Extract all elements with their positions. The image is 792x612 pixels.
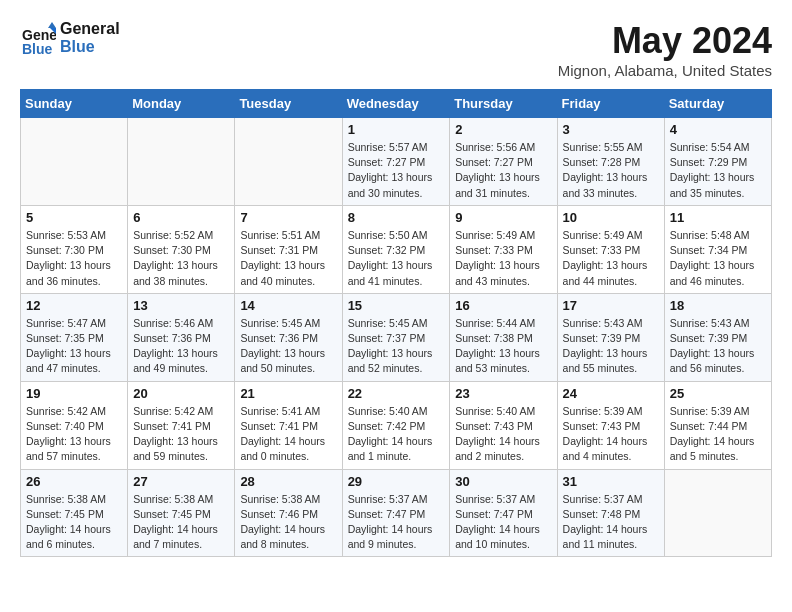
day-number: 25 (670, 386, 766, 401)
day-info: Sunrise: 5:47 AMSunset: 7:35 PMDaylight:… (26, 316, 122, 377)
day-number: 11 (670, 210, 766, 225)
day-number: 23 (455, 386, 551, 401)
calendar-cell: 26Sunrise: 5:38 AMSunset: 7:45 PMDayligh… (21, 469, 128, 557)
calendar-cell: 31Sunrise: 5:37 AMSunset: 7:48 PMDayligh… (557, 469, 664, 557)
weekday-header: Wednesday (342, 90, 450, 118)
day-info: Sunrise: 5:56 AMSunset: 7:27 PMDaylight:… (455, 140, 551, 201)
calendar-cell: 1Sunrise: 5:57 AMSunset: 7:27 PMDaylight… (342, 118, 450, 206)
day-info: Sunrise: 5:38 AMSunset: 7:45 PMDaylight:… (26, 492, 122, 553)
day-number: 24 (563, 386, 659, 401)
calendar-cell: 15Sunrise: 5:45 AMSunset: 7:37 PMDayligh… (342, 293, 450, 381)
day-info: Sunrise: 5:52 AMSunset: 7:30 PMDaylight:… (133, 228, 229, 289)
day-info: Sunrise: 5:40 AMSunset: 7:42 PMDaylight:… (348, 404, 445, 465)
calendar-cell: 8Sunrise: 5:50 AMSunset: 7:32 PMDaylight… (342, 205, 450, 293)
calendar-week-row: 19Sunrise: 5:42 AMSunset: 7:40 PMDayligh… (21, 381, 772, 469)
calendar-cell: 3Sunrise: 5:55 AMSunset: 7:28 PMDaylight… (557, 118, 664, 206)
calendar-cell: 27Sunrise: 5:38 AMSunset: 7:45 PMDayligh… (128, 469, 235, 557)
day-number: 10 (563, 210, 659, 225)
weekday-header: Tuesday (235, 90, 342, 118)
calendar-week-row: 26Sunrise: 5:38 AMSunset: 7:45 PMDayligh… (21, 469, 772, 557)
day-info: Sunrise: 5:53 AMSunset: 7:30 PMDaylight:… (26, 228, 122, 289)
calendar-cell: 16Sunrise: 5:44 AMSunset: 7:38 PMDayligh… (450, 293, 557, 381)
calendar-cell: 7Sunrise: 5:51 AMSunset: 7:31 PMDaylight… (235, 205, 342, 293)
day-info: Sunrise: 5:38 AMSunset: 7:46 PMDaylight:… (240, 492, 336, 553)
day-number: 26 (26, 474, 122, 489)
calendar-cell: 4Sunrise: 5:54 AMSunset: 7:29 PMDaylight… (664, 118, 771, 206)
calendar-cell: 21Sunrise: 5:41 AMSunset: 7:41 PMDayligh… (235, 381, 342, 469)
calendar-cell: 19Sunrise: 5:42 AMSunset: 7:40 PMDayligh… (21, 381, 128, 469)
weekday-header: Thursday (450, 90, 557, 118)
calendar-cell: 29Sunrise: 5:37 AMSunset: 7:47 PMDayligh… (342, 469, 450, 557)
day-number: 4 (670, 122, 766, 137)
day-info: Sunrise: 5:43 AMSunset: 7:39 PMDaylight:… (563, 316, 659, 377)
day-info: Sunrise: 5:48 AMSunset: 7:34 PMDaylight:… (670, 228, 766, 289)
day-number: 9 (455, 210, 551, 225)
day-number: 28 (240, 474, 336, 489)
calendar-cell: 28Sunrise: 5:38 AMSunset: 7:46 PMDayligh… (235, 469, 342, 557)
calendar-cell: 5Sunrise: 5:53 AMSunset: 7:30 PMDaylight… (21, 205, 128, 293)
day-number: 8 (348, 210, 445, 225)
calendar-cell: 20Sunrise: 5:42 AMSunset: 7:41 PMDayligh… (128, 381, 235, 469)
calendar-cell: 12Sunrise: 5:47 AMSunset: 7:35 PMDayligh… (21, 293, 128, 381)
svg-marker-2 (48, 22, 56, 28)
day-info: Sunrise: 5:44 AMSunset: 7:38 PMDaylight:… (455, 316, 551, 377)
day-number: 19 (26, 386, 122, 401)
day-number: 1 (348, 122, 445, 137)
calendar-cell: 10Sunrise: 5:49 AMSunset: 7:33 PMDayligh… (557, 205, 664, 293)
day-info: Sunrise: 5:42 AMSunset: 7:41 PMDaylight:… (133, 404, 229, 465)
logo-icon: General Blue (20, 20, 56, 56)
calendar-cell: 17Sunrise: 5:43 AMSunset: 7:39 PMDayligh… (557, 293, 664, 381)
location: Mignon, Alabama, United States (558, 62, 772, 79)
weekday-header: Monday (128, 90, 235, 118)
weekday-header: Saturday (664, 90, 771, 118)
day-info: Sunrise: 5:37 AMSunset: 7:47 PMDaylight:… (455, 492, 551, 553)
day-number: 15 (348, 298, 445, 313)
calendar-week-row: 1Sunrise: 5:57 AMSunset: 7:27 PMDaylight… (21, 118, 772, 206)
day-number: 14 (240, 298, 336, 313)
day-info: Sunrise: 5:38 AMSunset: 7:45 PMDaylight:… (133, 492, 229, 553)
day-number: 21 (240, 386, 336, 401)
day-number: 2 (455, 122, 551, 137)
weekday-header-row: SundayMondayTuesdayWednesdayThursdayFrid… (21, 90, 772, 118)
day-number: 3 (563, 122, 659, 137)
title-block: May 2024 Mignon, Alabama, United States (558, 20, 772, 79)
calendar-cell: 14Sunrise: 5:45 AMSunset: 7:36 PMDayligh… (235, 293, 342, 381)
day-info: Sunrise: 5:49 AMSunset: 7:33 PMDaylight:… (455, 228, 551, 289)
calendar-cell: 25Sunrise: 5:39 AMSunset: 7:44 PMDayligh… (664, 381, 771, 469)
day-number: 6 (133, 210, 229, 225)
day-number: 22 (348, 386, 445, 401)
day-info: Sunrise: 5:37 AMSunset: 7:48 PMDaylight:… (563, 492, 659, 553)
day-info: Sunrise: 5:37 AMSunset: 7:47 PMDaylight:… (348, 492, 445, 553)
day-info: Sunrise: 5:46 AMSunset: 7:36 PMDaylight:… (133, 316, 229, 377)
day-number: 29 (348, 474, 445, 489)
calendar-cell: 30Sunrise: 5:37 AMSunset: 7:47 PMDayligh… (450, 469, 557, 557)
day-number: 13 (133, 298, 229, 313)
day-number: 31 (563, 474, 659, 489)
svg-text:Blue: Blue (22, 41, 53, 56)
logo-general: General (60, 20, 120, 38)
day-info: Sunrise: 5:55 AMSunset: 7:28 PMDaylight:… (563, 140, 659, 201)
logo: General Blue General Blue (20, 20, 120, 56)
month-title: May 2024 (558, 20, 772, 62)
calendar-week-row: 5Sunrise: 5:53 AMSunset: 7:30 PMDaylight… (21, 205, 772, 293)
weekday-header: Sunday (21, 90, 128, 118)
day-info: Sunrise: 5:39 AMSunset: 7:44 PMDaylight:… (670, 404, 766, 465)
calendar-cell (664, 469, 771, 557)
day-info: Sunrise: 5:41 AMSunset: 7:41 PMDaylight:… (240, 404, 336, 465)
day-number: 5 (26, 210, 122, 225)
calendar-table: SundayMondayTuesdayWednesdayThursdayFrid… (20, 89, 772, 557)
day-info: Sunrise: 5:50 AMSunset: 7:32 PMDaylight:… (348, 228, 445, 289)
page-header: General Blue General Blue May 2024 Migno… (20, 20, 772, 79)
calendar-cell: 2Sunrise: 5:56 AMSunset: 7:27 PMDaylight… (450, 118, 557, 206)
day-info: Sunrise: 5:51 AMSunset: 7:31 PMDaylight:… (240, 228, 336, 289)
calendar-cell: 18Sunrise: 5:43 AMSunset: 7:39 PMDayligh… (664, 293, 771, 381)
calendar-cell: 11Sunrise: 5:48 AMSunset: 7:34 PMDayligh… (664, 205, 771, 293)
day-info: Sunrise: 5:40 AMSunset: 7:43 PMDaylight:… (455, 404, 551, 465)
day-info: Sunrise: 5:39 AMSunset: 7:43 PMDaylight:… (563, 404, 659, 465)
calendar-week-row: 12Sunrise: 5:47 AMSunset: 7:35 PMDayligh… (21, 293, 772, 381)
day-info: Sunrise: 5:54 AMSunset: 7:29 PMDaylight:… (670, 140, 766, 201)
calendar-cell (21, 118, 128, 206)
calendar-cell: 6Sunrise: 5:52 AMSunset: 7:30 PMDaylight… (128, 205, 235, 293)
day-info: Sunrise: 5:42 AMSunset: 7:40 PMDaylight:… (26, 404, 122, 465)
weekday-header: Friday (557, 90, 664, 118)
